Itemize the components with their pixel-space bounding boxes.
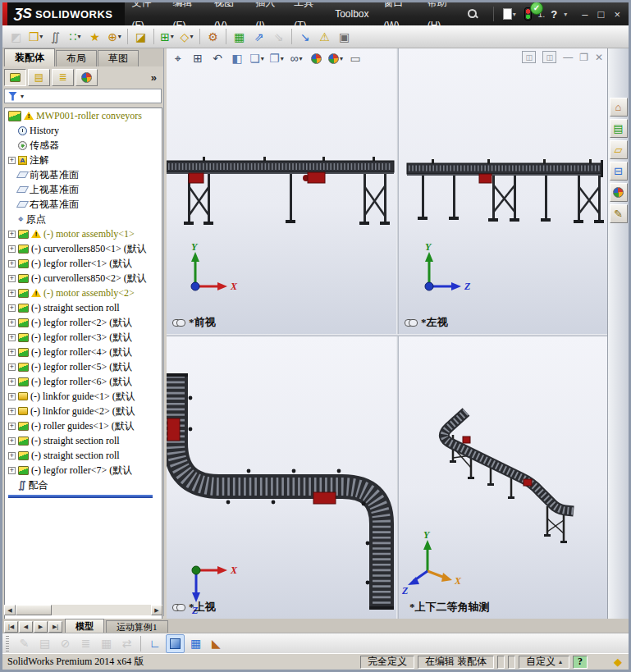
scale-icon[interactable]: ◣ (207, 634, 226, 653)
tab-displaymanager[interactable] (75, 69, 98, 86)
smart-fasteners-icon[interactable]: ★ (85, 27, 104, 46)
help-button[interactable]: ? (551, 8, 557, 21)
show-hidden-components-icon[interactable]: ◪ (131, 27, 150, 46)
rollback-bar[interactable] (8, 495, 153, 498)
scroll-left-icon[interactable]: ◀ (4, 605, 16, 615)
quick-tips-button[interactable]: ? (573, 656, 588, 669)
solidworks-resources-icon[interactable]: ⌂ (610, 98, 628, 117)
search-icon[interactable] (467, 8, 477, 20)
tree-item[interactable]: +(-) legfor roller<6> (默认 (5, 374, 162, 389)
status-units[interactable]: 自定义▴ (519, 656, 569, 669)
previous-view-icon[interactable]: ↶ (208, 49, 226, 67)
tree-item[interactable]: +(-) linkfor guide<2> (默认 (5, 404, 162, 418)
tree-item[interactable]: +(-) legfor roller<7> (默认 (5, 463, 162, 478)
view-orientation-icon[interactable]: ❏▾ (248, 49, 266, 67)
expand-plus-icon[interactable]: + (8, 231, 16, 238)
expand-plus-icon[interactable]: + (8, 275, 16, 282)
tree-horizontal-scrollbar[interactable]: ◀ ▶ (4, 605, 162, 615)
tree-item[interactable]: +(-) linkfor guide<1> (默认 (5, 389, 162, 404)
axis-display-icon[interactable]: ∟ (145, 634, 164, 653)
expand-plus-icon[interactable]: + (8, 260, 16, 267)
tree-item[interactable]: ∬配合 (5, 478, 162, 492)
doc-restore-icon[interactable]: ❐ (579, 52, 588, 63)
move-component-icon[interactable]: ⊕▾ (105, 27, 124, 46)
tree-item[interactable]: +(-) legfor roller<1> (默认 (5, 256, 162, 271)
expand-plus-icon[interactable]: + (8, 290, 16, 297)
tab-configurationmanager[interactable]: ≣ (52, 69, 74, 86)
tree-item[interactable]: History (5, 123, 162, 138)
tree-item[interactable]: +(-) straight section roll (5, 448, 162, 463)
restore-button[interactable]: □ (598, 8, 605, 21)
tab-nav-button[interactable]: ◀ (19, 621, 33, 633)
tree-filter-bar[interactable]: ▾ (4, 89, 162, 103)
insert-components-icon[interactable]: ❒▾ (26, 27, 45, 46)
chevron-down-icon[interactable]: ▾ (21, 93, 24, 100)
view-table-icon[interactable]: ▦ (186, 634, 205, 653)
expand-plus-icon[interactable]: + (8, 423, 16, 430)
tree-item[interactable]: 前视基准面 (5, 167, 162, 182)
expand-plus-icon[interactable]: + (8, 334, 16, 341)
horizontal-splitter[interactable] (167, 334, 607, 336)
expand-plus-icon[interactable]: + (8, 437, 16, 445)
doc-minimize-icon[interactable]: — (563, 52, 573, 63)
expand-plus-icon[interactable]: + (8, 363, 16, 371)
new-motion-study-icon[interactable]: ⚙ (203, 27, 222, 46)
tab-propertymanager[interactable]: ▤ (28, 69, 50, 86)
expand-plus-icon[interactable]: + (8, 349, 16, 356)
tree-item[interactable]: +(-) roller guides<1> (默认 (5, 418, 162, 433)
tree-item[interactable]: +(-) legfor roller<3> (默认 (5, 330, 162, 345)
commandmanager-tab[interactable]: 草图 (98, 50, 139, 66)
doc-close-icon[interactable]: ✕ (595, 52, 603, 63)
tree-item[interactable]: +(-) legfor roller<5> (默认 (5, 359, 162, 374)
instant3d-icon[interactable]: ↘ (295, 27, 314, 46)
expand-plus-icon[interactable]: + (8, 319, 16, 327)
viewport-top[interactable]: X Z *上视 (167, 336, 396, 619)
scrollbar-thumb[interactable] (16, 605, 52, 615)
tree-item[interactable]: +(-) motor assembly<2> (5, 286, 162, 300)
design-library-icon[interactable]: ▤ (610, 119, 628, 138)
expand-chevron[interactable]: » (151, 71, 157, 84)
minimize-button[interactable]: – (582, 8, 588, 21)
tree-item[interactable]: 上视基准面 (5, 182, 162, 197)
toolbar-grip[interactable] (6, 636, 9, 651)
notification-badge-icon[interactable]: ✓ (530, 2, 543, 15)
custom-properties-icon[interactable]: ✎ (610, 204, 628, 223)
full-screen-icon[interactable]: ▭ (346, 49, 364, 67)
tree-item[interactable]: +(-) legfor roller<4> (默认 (5, 345, 162, 359)
appearances-scenes-icon[interactable] (610, 183, 628, 202)
tree-root-item[interactable]: MWP001-roller conveyors (5, 108, 162, 123)
assembly-features-icon[interactable]: ⊞▾ (158, 27, 176, 46)
view-settings-icon[interactable]: ▾ (327, 49, 345, 67)
tab-featuremanager[interactable] (4, 69, 26, 86)
scroll-right-icon[interactable]: ▶ (151, 605, 162, 615)
tree-item[interactable]: +A注解 (5, 153, 162, 167)
reference-geometry-icon[interactable]: ◇▾ (177, 27, 196, 46)
expand-plus-icon[interactable]: + (8, 245, 16, 253)
view-palette-icon[interactable]: ⊟ (610, 162, 628, 181)
tag-icon[interactable]: ◆ (614, 656, 622, 669)
chevron-down-icon[interactable]: ▾ (564, 11, 567, 18)
tree-item[interactable]: +(-) straight section roll (5, 300, 162, 315)
display-style-icon[interactable]: ❐▾ (267, 49, 286, 67)
apply-scene-icon[interactable] (307, 49, 325, 67)
commandmanager-tab[interactable]: 布局 (56, 50, 97, 66)
tree-item[interactable]: 右视基准面 (5, 197, 162, 212)
pane-left-icon[interactable]: ◫ (522, 51, 536, 63)
tree-item[interactable]: 传感器 (5, 138, 162, 153)
expand-plus-icon[interactable]: + (8, 304, 16, 312)
tab-nav-button[interactable]: ▶ (34, 621, 48, 633)
close-button[interactable]: × (614, 8, 620, 21)
tree-item[interactable]: +(-) legfor roller<2> (默认 (5, 315, 162, 330)
tree-item[interactable]: +(-) motor assembly<1> (5, 226, 162, 241)
viewport-left[interactable]: Y Z *左视 (399, 48, 607, 334)
menu-item[interactable]: Toolbox (327, 2, 376, 25)
new-document-button[interactable]: ▾ (500, 5, 519, 24)
file-explorer-icon[interactable]: ▱ (610, 140, 628, 159)
shaded-with-edges-icon[interactable] (166, 634, 185, 653)
tab-nav-button[interactable]: ▶| (48, 621, 62, 633)
exploded-view-icon[interactable]: ⇗ (249, 27, 268, 46)
study-tab[interactable]: 运动算例1 (106, 620, 168, 633)
tab-nav-button[interactable]: |◀ (4, 621, 18, 633)
viewport-front[interactable]: Y X *前视 (167, 48, 396, 334)
preview-window-icon[interactable]: ▣ (335, 27, 354, 46)
